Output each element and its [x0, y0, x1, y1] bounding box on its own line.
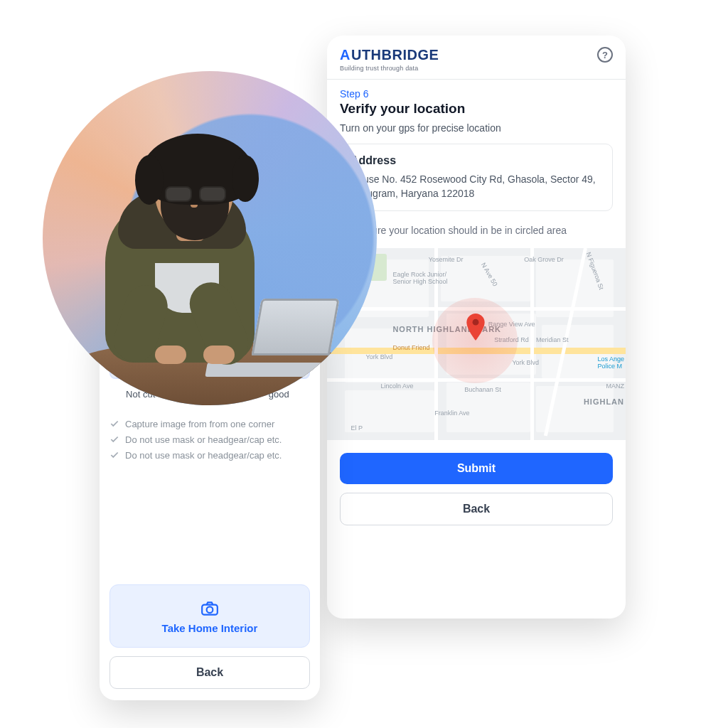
- map-right-area: HIGHLAN: [584, 397, 624, 406]
- address-text: House No. 452 Rosewood City Rd, Ghasola,…: [350, 173, 602, 200]
- step-subtitle: Turn on your gps for precise location: [340, 122, 613, 134]
- svg-point-0: [473, 318, 479, 325]
- svg-point-2: [207, 606, 213, 613]
- brand-accent: A: [340, 47, 350, 63]
- map-street-el: El P: [351, 424, 363, 432]
- map-pin-icon: [466, 314, 485, 341]
- back-button[interactable]: Back: [340, 493, 613, 525]
- location-screen: AUTHBRIDGE Building trust through data ?…: [327, 36, 626, 619]
- map-street-lincoln: Lincoln Ave: [381, 382, 414, 390]
- map-right-area2: MANZ: [606, 382, 625, 390]
- step-title: Verify your location: [340, 101, 613, 117]
- step-header: Step 6 Verify your location Turn on your…: [327, 80, 626, 134]
- map-street-meridian: Meridian St: [536, 336, 569, 343]
- address-card: Address House No. 452 Rosewood City Rd, …: [340, 144, 613, 211]
- take-photo-button[interactable]: Take Home Interior: [109, 584, 310, 648]
- map-street-oak: Oak Grove Dr: [524, 256, 564, 263]
- app-header: AUTHBRIDGE Building trust through data ?: [327, 36, 626, 80]
- map-poi-donut: Donut Friend: [392, 344, 429, 351]
- check-icon: [109, 419, 119, 429]
- map-school-label: Eagle Rock Junior/ Senior High School: [392, 271, 447, 285]
- brand-tagline: Building trust through data: [340, 65, 439, 72]
- help-icon[interactable]: ?: [597, 47, 613, 63]
- step-label: Step 6: [340, 88, 613, 100]
- map-street-york2: York Blvd: [512, 359, 539, 366]
- back-button[interactable]: Back: [109, 656, 310, 689]
- tip-item: Capture image from from one corner: [109, 419, 310, 429]
- map-street-yosemite: Yosemite Dr: [429, 256, 464, 263]
- tip-text: Do not use mask or headgear/cap etc.: [125, 450, 282, 461]
- camera-icon: [200, 601, 219, 616]
- check-icon: [109, 450, 119, 460]
- person-illustration: [77, 121, 347, 405]
- tip-item: Do not use mask or headgear/cap etc.: [109, 450, 310, 461]
- tip-item: Do not use mask or headgear/cap etc.: [109, 434, 310, 445]
- submit-button[interactable]: Submit: [340, 453, 613, 484]
- tip-text: Capture image from from one corner: [125, 419, 274, 429]
- map-poi-police: Los Ange Police M: [597, 355, 624, 370]
- take-photo-label: Take Home Interior: [162, 622, 258, 634]
- capture-tips: Capture image from from one corner Do no…: [109, 414, 310, 466]
- brand-logo: AUTHBRIDGE Building trust through data: [340, 47, 439, 72]
- tip-text: Do not use mask or headgear/cap etc.: [125, 434, 282, 445]
- check-icon: [109, 434, 119, 444]
- map-street-york: York Blvd: [366, 353, 393, 360]
- map-street-franklin: Franklin Ave: [434, 410, 469, 417]
- hero-avatar: [43, 71, 377, 405]
- brand-name: UTHBRIDGE: [351, 47, 439, 63]
- map-street-buchanan: Buchanan St: [464, 386, 501, 393]
- address-heading: Address: [350, 154, 602, 167]
